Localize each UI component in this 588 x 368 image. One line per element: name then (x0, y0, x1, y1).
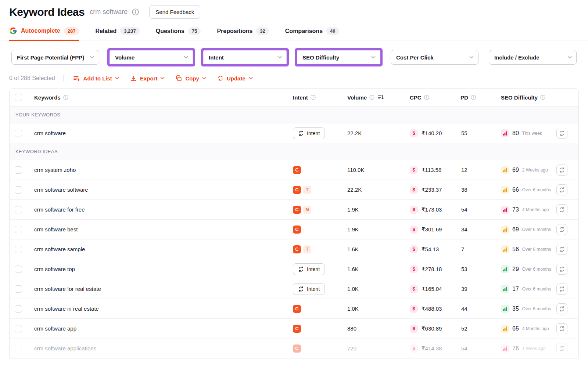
refresh-metrics-button[interactable] (556, 184, 567, 195)
keyword-cell[interactable]: crm software sample (30, 246, 293, 252)
refresh-metrics-button[interactable] (556, 204, 567, 215)
copy-button[interactable]: Copy (176, 75, 207, 82)
refresh-icon (298, 266, 304, 272)
row-checkbox[interactable] (15, 266, 22, 273)
dollar-icon[interactable]: $ (410, 226, 418, 234)
dollar-icon[interactable]: $ (410, 285, 418, 293)
cpc-value: ₹54.13 (422, 246, 439, 253)
cpc-cell: $ ₹488.03 (407, 305, 458, 313)
filter-volume[interactable]: Volume (110, 50, 193, 64)
keyword-cell[interactable]: crm software top (30, 266, 293, 272)
filter-bar: First Page Potential (FPP)VolumeIntentSE… (0, 48, 588, 67)
row-checkbox[interactable] (15, 130, 22, 137)
refresh-metrics-button[interactable] (556, 264, 567, 275)
filter-intent[interactable]: Intent (203, 50, 287, 64)
filter-first-page-potential-fpp[interactable]: First Page Potential (FPP) (11, 50, 99, 65)
row-checkbox[interactable] (15, 206, 22, 213)
info-icon[interactable] (132, 8, 139, 15)
pd-value: 53 (458, 266, 499, 272)
seo-updated-label: Over 6 months (522, 306, 551, 311)
keyword-cell[interactable]: crm system zoho (30, 167, 293, 173)
row-checkbox[interactable] (15, 345, 22, 352)
selection-count: 0 of 288 Selected (9, 75, 64, 82)
tab-count-badge: 3,237 (120, 27, 140, 35)
keyword-cell[interactable]: crm software applications (30, 345, 293, 351)
table-row: crm software applications C 720 $ ₹414.3… (10, 338, 578, 358)
table-row: crm software in real estate C 1.0K $ ₹48… (10, 299, 578, 318)
cpc-cell: $ ₹278.18 (407, 265, 458, 273)
row-checkbox[interactable] (15, 325, 22, 332)
table-row: crm software best C 1.9K $ ₹301.69 34 69… (10, 219, 578, 239)
filter-highlight-first-page-potential-fpp: First Page Potential (FPP) (9, 48, 101, 67)
dollar-icon[interactable]: $ (410, 186, 418, 194)
keyword-cell[interactable]: crm software for free (30, 206, 293, 213)
keyword-cell[interactable]: crm software in real estate (30, 306, 293, 312)
add-to-list-button[interactable]: Add to List (73, 75, 119, 82)
seo-difficulty-cell: 80 This week (499, 129, 556, 137)
table-header-row: Keywords Intent Volume CPC PD SEO Diffic… (10, 89, 578, 106)
sort-desc-icon[interactable] (378, 95, 384, 100)
intent-button[interactable]: Intent (293, 127, 325, 139)
toolbar-button-label: Add to List (83, 75, 112, 82)
info-icon[interactable] (471, 95, 476, 100)
info-icon[interactable] (540, 95, 545, 100)
refresh-metrics-button[interactable] (556, 165, 567, 176)
info-icon[interactable] (63, 95, 68, 100)
seo-score: 76 (512, 345, 519, 352)
dollar-icon[interactable]: $ (410, 206, 418, 214)
toolbar-button-label: Update (227, 75, 245, 82)
tab-questions[interactable]: Questions75 (156, 27, 201, 41)
row-checkbox[interactable] (15, 166, 22, 174)
intent-button[interactable]: Intent (293, 263, 325, 275)
keyword-cell[interactable]: crm software (30, 130, 293, 136)
keyword-cell[interactable]: crm software for real estate (30, 286, 293, 292)
intent-badges: CN (293, 206, 347, 214)
keyword-cell[interactable]: crm software best (30, 226, 293, 232)
filter-cost-per-click[interactable]: Cost Per Click (391, 50, 478, 65)
keyword-cell[interactable]: crm software software (30, 187, 293, 193)
keyword-cell[interactable]: crm software app (30, 325, 293, 332)
dollar-icon[interactable]: $ (410, 265, 418, 273)
intent-button[interactable]: Intent (293, 283, 325, 295)
info-icon[interactable] (424, 95, 429, 100)
dollar-icon[interactable]: $ (410, 344, 418, 353)
cpc-value: ₹140.20 (422, 130, 442, 137)
refresh-metrics-button[interactable] (556, 224, 567, 235)
select-all-checkbox[interactable] (15, 94, 22, 101)
export-button[interactable]: Export (130, 75, 165, 82)
row-checkbox[interactable] (15, 305, 22, 313)
dollar-icon[interactable]: $ (410, 129, 418, 137)
copy-icon (176, 75, 182, 82)
refresh-metrics-button[interactable] (556, 323, 567, 334)
col-intent: Intent (293, 94, 308, 101)
tab-related[interactable]: Related3,237 (95, 27, 139, 41)
refresh-metrics-button[interactable] (556, 303, 567, 314)
refresh-metrics-button[interactable] (556, 343, 567, 354)
tab-autocomplete[interactable]: Autocomplete287 (9, 27, 79, 41)
row-checkbox[interactable] (15, 246, 22, 253)
dollar-icon[interactable]: $ (410, 305, 418, 313)
refresh-metrics-button[interactable] (556, 284, 567, 295)
row-checkbox[interactable] (15, 186, 22, 194)
update-button[interactable]: Update (218, 75, 253, 82)
dollar-icon[interactable]: $ (410, 166, 418, 174)
row-checkbox[interactable] (15, 226, 22, 233)
filter-include-exclude[interactable]: Include / Exclude (489, 50, 577, 65)
refresh-metrics-button[interactable] (556, 244, 567, 255)
intent-button-label: Intent (307, 266, 320, 272)
cpc-value: ₹414.38 (422, 345, 442, 352)
filter-seo-difficulty[interactable]: SEO Difficulty (297, 50, 380, 64)
export-icon (130, 75, 137, 82)
difficulty-chart-icon (501, 186, 509, 194)
tab-comparisons[interactable]: Comparisons40 (285, 27, 339, 41)
info-icon[interactable] (311, 95, 316, 100)
row-checkbox[interactable] (15, 285, 22, 293)
send-feedback-button[interactable]: Send Feedback (149, 5, 200, 19)
dollar-icon[interactable]: $ (410, 325, 418, 333)
info-icon[interactable] (369, 95, 374, 100)
refresh-metrics-button[interactable] (556, 128, 567, 139)
tab-prepositions[interactable]: Prepositions32 (217, 27, 269, 41)
intent-badges: C (293, 325, 347, 333)
dollar-icon[interactable]: $ (410, 245, 418, 253)
cpc-cell: $ ₹414.38 (407, 344, 458, 353)
